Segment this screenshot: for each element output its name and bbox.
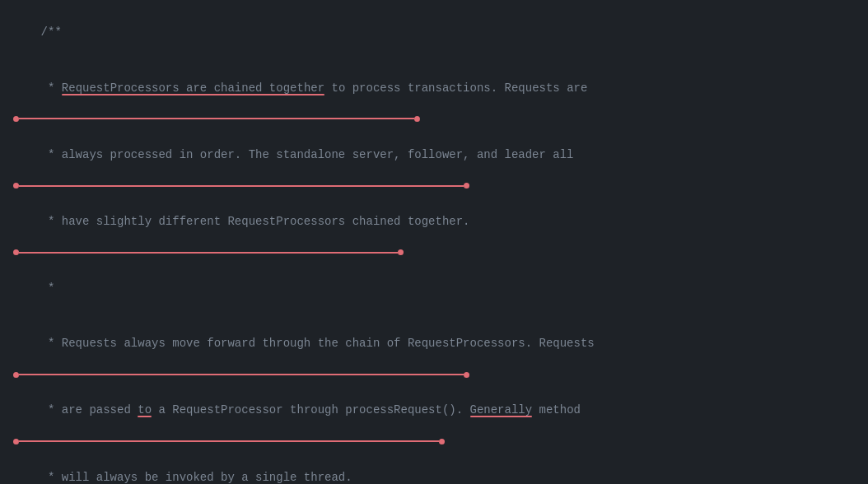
annot-dot-start	[13, 439, 19, 444]
annot-dot-end	[398, 249, 404, 255]
annot-dot-end	[414, 116, 420, 122]
annot-dot-start	[13, 183, 19, 188]
comment-text: * have slightly different RequestProcess…	[41, 215, 470, 228]
annotation-row-2	[0, 114, 868, 125]
comment-text: /**	[41, 26, 62, 39]
annot-dot-end	[464, 372, 469, 378]
comment-text: * will always be invoked by a single thr…	[41, 471, 352, 484]
comment-text: * are passed to a RequestProcessor throu…	[41, 403, 581, 417]
annotation-row-7	[0, 436, 868, 448]
annot-line	[19, 185, 464, 187]
code-line-3: * always processed in order. The standal…	[0, 127, 868, 182]
annot-dot-end	[439, 439, 445, 444]
annot-line	[19, 440, 439, 442]
code-line-2: * RequestProcessors are chained together…	[0, 60, 868, 115]
comment-text: * always processed in order. The standal…	[41, 148, 574, 161]
comment-text: *	[41, 282, 55, 295]
annot-line	[19, 252, 398, 254]
code-line-6: * Requests always move forward through t…	[0, 316, 868, 371]
annotation-row-4	[0, 248, 868, 259]
code-line-5: *	[0, 261, 868, 316]
code-line-8: * will always be invoked by a single thr…	[0, 449, 868, 484]
annot-dot-start	[13, 372, 19, 378]
code-line-1: /**	[0, 5, 868, 60]
annot-dot-start	[13, 116, 19, 122]
annotation-row-6	[0, 370, 868, 381]
annot-line	[19, 118, 414, 119]
annot-dot-end	[464, 183, 469, 188]
comment-text: * RequestProcessors are chained together…	[41, 81, 588, 95]
annotation-row-3	[0, 181, 868, 193]
annot-dot-start	[13, 249, 19, 255]
code-line-4: * have slightly different RequestProcess…	[0, 194, 868, 249]
comment-text: * Requests always move forward through t…	[41, 337, 595, 350]
code-line-7: * are passed to a RequestProcessor throu…	[0, 383, 868, 438]
code-editor: /** * RequestProcessors are chained toge…	[0, 0, 868, 484]
annot-line	[19, 374, 464, 375]
